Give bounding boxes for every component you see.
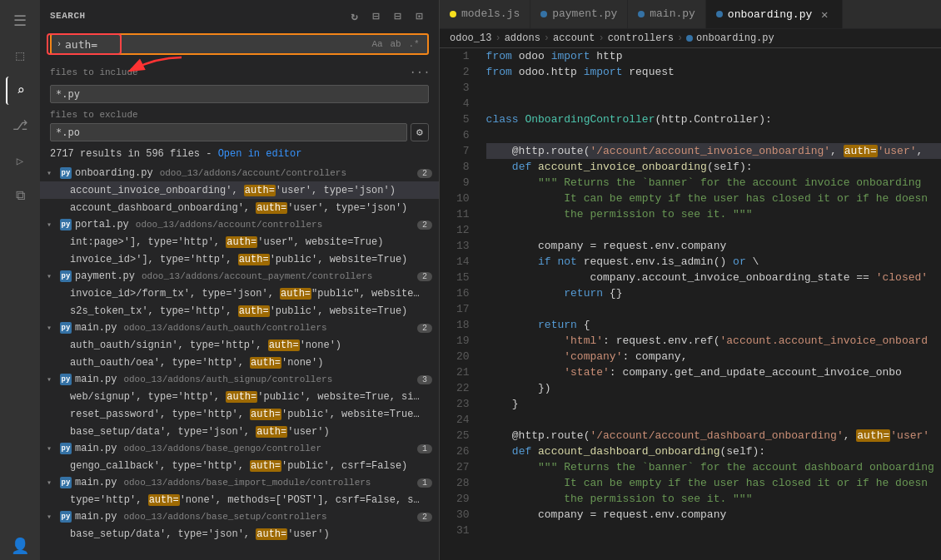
search-input[interactable]: [65, 38, 369, 51]
line-num: 8: [456, 159, 470, 175]
match-line[interactable]: type='http', auth='none', methods=['POST…: [40, 491, 439, 508]
match-text: s2s_token_tx', type='http', auth='public…: [70, 305, 421, 317]
open-in-editor-icon[interactable]: ⊡: [411, 7, 429, 25]
sidebar: SEARCH ↻ ⊟ ⊟ ⊡ › Aa ab .*: [40, 0, 440, 560]
line-num: 29: [456, 491, 470, 507]
match-line[interactable]: web/signup', type='http', auth='public',…: [40, 388, 439, 405]
breadcrumb-item-controllers[interactable]: controllers: [608, 32, 674, 44]
tab-label: payment.py: [552, 7, 617, 20]
match-line[interactable]: auth_oauth/signin', type='http', auth='n…: [40, 336, 439, 354]
more-options-icon[interactable]: ···: [411, 63, 429, 82]
refresh-results-icon[interactable]: ↻: [346, 7, 364, 25]
file-group-header-portal[interactable]: ▾ py portal.py odoo_13/addons/account/co…: [40, 216, 439, 233]
activity-bar: ☰ ⬚ ⌕ ⎇ ▷ ⧉ 👤: [0, 0, 40, 560]
chevron-down-icon: ▾: [47, 374, 57, 384]
files-include-input[interactable]: [50, 85, 429, 103]
search-icon[interactable]: ⌕: [6, 77, 34, 105]
line-num: 4: [456, 96, 470, 112]
breadcrumb-item-account[interactable]: account: [553, 32, 595, 44]
tab-lang-indicator: [716, 11, 723, 17]
file-group-onboarding: ▾ py onboarding.py odoo_13/addons/accoun…: [40, 165, 439, 216]
line-num: 25: [456, 428, 470, 444]
match-count-badge: 2: [417, 513, 432, 522]
match-line[interactable]: s2s_token_tx', type='http', auth='public…: [40, 302, 439, 320]
filepath-label: odoo_13/addons/base_import_module/contro…: [123, 478, 371, 488]
match-text: invoice_id>/form_tx', type='json', auth=…: [70, 288, 421, 300]
run-icon[interactable]: ▷: [6, 146, 34, 175]
search-box[interactable]: › Aa ab .*: [50, 33, 429, 55]
accounts-icon[interactable]: 👤: [6, 532, 34, 560]
menu-icon[interactable]: ☰: [6, 7, 34, 35]
tab-models-js[interactable]: models.js: [440, 0, 530, 28]
explorer-icon[interactable]: ⬚: [6, 42, 34, 70]
match-line[interactable]: invoice_id>/form_tx', type='json', auth=…: [40, 285, 439, 302]
code-line: It can be empty if the user has closed i…: [486, 191, 941, 206]
line-num: 23: [456, 396, 470, 412]
tab-label: main.py: [650, 7, 695, 20]
match-line[interactable]: invoice_id>'], type='http', auth='public…: [40, 250, 439, 268]
file-group-header-main-signup[interactable]: ▾ py main.py odoo_13/addons/auth_signup/…: [40, 371, 439, 388]
match-text: account_invoice_onboarding', auth='user'…: [70, 185, 421, 196]
file-group-header-setup[interactable]: ▾ py main.py odoo_13/addons/base_setup/c…: [40, 508, 439, 525]
breadcrumb-item-odoo13[interactable]: odoo_13: [450, 32, 491, 44]
tab-lang-indicator: [540, 11, 547, 17]
filename-label: payment.py: [75, 270, 135, 282]
file-group-header-import[interactable]: ▾ py main.py odoo_13/addons/base_import_…: [40, 474, 439, 491]
file-group-header-gengo[interactable]: ▾ py main.py odoo_13/addons/base_gengo/c…: [40, 440, 439, 457]
open-in-editor-link[interactable]: Open in editor: [218, 148, 302, 160]
file-group-header-onboarding[interactable]: ▾ py onboarding.py odoo_13/addons/accoun…: [40, 165, 439, 181]
match-line[interactable]: base_setup/data', type='json', auth='use…: [40, 423, 439, 440]
code-line: [486, 127, 941, 143]
match-text: auth_oauth/signin', type='http', auth='n…: [70, 339, 421, 351]
match-count-badge: 2: [417, 272, 432, 281]
code-line: @http.route('/account/account_dashboard_…: [486, 428, 941, 444]
line-num: 12: [456, 222, 470, 238]
whole-word-toggle[interactable]: ab: [387, 37, 404, 52]
line-num: 9: [456, 175, 470, 191]
code-line: 'state': company.get_and_update_account_…: [486, 364, 941, 380]
line-num: 22: [456, 380, 470, 396]
file-type-icon-py: py: [60, 322, 72, 334]
line-num: 16: [456, 285, 470, 301]
tab-label: onboarding.py: [728, 8, 812, 21]
line-num: 2: [456, 64, 470, 80]
filename-label: main.py: [75, 374, 117, 385]
collapse-all-icon[interactable]: ⊟: [389, 7, 407, 25]
match-line[interactable]: account_dashboard_onboarding', auth='use…: [40, 199, 439, 216]
file-group-header-main-oauth[interactable]: ▾ py main.py odoo_13/addons/auth_oauth/c…: [40, 320, 439, 336]
files-include-label: files to include ···: [40, 58, 439, 83]
file-group-header-payment[interactable]: ▾ py payment.py odoo_13/addons/account_p…: [40, 268, 439, 285]
chevron-down-icon: ▾: [47, 512, 57, 522]
regex-toggle[interactable]: .*: [406, 37, 422, 52]
case-sensitive-toggle[interactable]: Aa: [369, 37, 386, 52]
files-exclude-input[interactable]: [50, 123, 407, 141]
line-num: 19: [456, 333, 470, 349]
exclude-settings-icon[interactable]: ⚙: [411, 123, 429, 141]
breadcrumb-item-filename[interactable]: onboarding.py: [696, 32, 774, 44]
code-line: """ Returns the `banner` for the account…: [486, 175, 941, 191]
breadcrumb-item-addons[interactable]: addons: [505, 32, 540, 44]
breadcrumb-sep: ›: [544, 32, 550, 44]
results-count: 2717 results in 596 files -: [50, 148, 218, 160]
search-chevron-icon: ›: [57, 40, 62, 49]
clear-search-icon[interactable]: ⊟: [367, 7, 386, 25]
close-tab-icon[interactable]: ✕: [817, 7, 832, 22]
match-line[interactable]: account_invoice_onboarding', auth='user'…: [40, 181, 439, 199]
tab-main-py[interactable]: main.py: [628, 0, 706, 28]
tab-onboarding-py[interactable]: onboarding.py ✕: [706, 0, 843, 28]
source-control-icon[interactable]: ⎇: [6, 112, 34, 140]
extensions-icon[interactable]: ⧉: [6, 181, 34, 210]
match-text: reset_password', type='http', auth='publ…: [70, 409, 421, 420]
match-line[interactable]: int:page>'], type='http', auth='user", w…: [40, 233, 439, 250]
code-line: company.account_invoice_onboarding_state…: [486, 270, 941, 285]
match-line[interactable]: base_setup/data', type='json', auth='use…: [40, 525, 439, 543]
files-include-text: files to include: [50, 67, 138, 77]
match-line[interactable]: gengo_callback', type='http', auth='publ…: [40, 457, 439, 474]
match-line[interactable]: reset_password', type='http', auth='publ…: [40, 405, 439, 423]
line-num: 27: [456, 459, 470, 475]
filepath-label: odoo_13/addons/base_gengo/controller: [123, 444, 321, 453]
match-line[interactable]: auth_oauth/oea', type='http', auth='none…: [40, 354, 439, 371]
tab-payment-py[interactable]: payment.py: [530, 0, 628, 28]
tab-lang-indicator: [450, 11, 456, 17]
code-editor[interactable]: 1 2 3 4 5 6 7 8 9 10 11 12 13 14 15 16 1…: [440, 48, 941, 560]
